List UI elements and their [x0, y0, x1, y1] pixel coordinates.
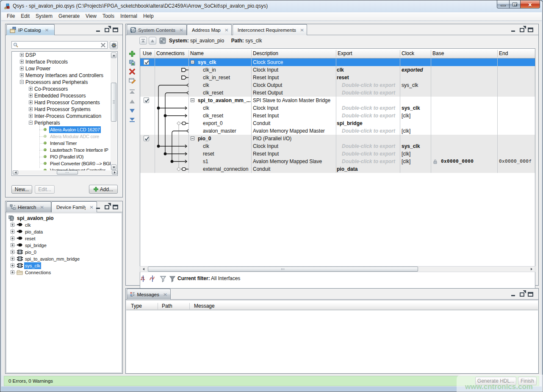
- column-export[interactable]: Export: [338, 49, 352, 58]
- panel-minimize-icon[interactable]: [96, 205, 101, 209]
- expand-icon[interactable]: [11, 264, 14, 267]
- expand-icon[interactable]: [11, 223, 14, 227]
- cell-export[interactable]: pio_data: [337, 165, 357, 173]
- column-description[interactable]: Description: [253, 49, 278, 58]
- scroll-left-button[interactable]: [13, 170, 18, 175]
- panel-minimize-icon[interactable]: [511, 292, 516, 297]
- tab-close-icon[interactable]: ✕: [163, 292, 167, 297]
- use-checkbox[interactable]: [144, 97, 149, 103]
- cell-export[interactable]: reset: [337, 74, 349, 81]
- cell-export[interactable]: Double-click to export: [342, 104, 395, 112]
- toolbar-move-up-button[interactable]: [129, 98, 136, 106]
- ip-tree-item-altera-modular-adc-core[interactable]: Altera Modular ADC core: [12, 133, 117, 140]
- expand-icon[interactable]: [11, 243, 14, 247]
- ip-tree-item-hard-processor-components[interactable]: Hard Processor Components: [12, 99, 117, 106]
- scroll-down-button[interactable]: [111, 164, 116, 170]
- move-up-button[interactable]: [149, 37, 156, 44]
- cell-export[interactable]: Double-click to export: [342, 81, 395, 89]
- expand-icon[interactable]: [11, 236, 14, 240]
- toolbar-edit-button[interactable]: [129, 77, 136, 85]
- scroll-left-button[interactable]: [141, 267, 147, 271]
- cell-export[interactable]: spi_bridge: [337, 120, 363, 127]
- expand-icon[interactable]: [11, 270, 14, 274]
- filter-icon[interactable]: [160, 275, 166, 282]
- collapse-icon[interactable]: [29, 121, 33, 125]
- timing-icon[interactable]: [149, 275, 157, 282]
- edit-button[interactable]: Edit...: [35, 185, 55, 194]
- ip-tree-item-pixel-converter-bgr0-bgr[interactable]: Pixel Converter (BGR0 --> BGR): [12, 160, 117, 167]
- tab-close-icon[interactable]: ✕: [45, 27, 49, 33]
- scroll-right-button[interactable]: [112, 170, 117, 175]
- ip-tree-item-inter-process-communication[interactable]: Inter-Process Communication: [12, 113, 117, 120]
- ip-tree-item-dsp[interactable]: DSP: [12, 52, 117, 58]
- expand-icon[interactable]: [29, 114, 33, 118]
- new-button[interactable]: New...: [11, 185, 32, 194]
- expand-icon[interactable]: [29, 87, 33, 91]
- menu-system[interactable]: System: [33, 12, 55, 20]
- hierarchy-item-pio_data[interactable]: pio_data: [6, 228, 122, 235]
- menu-generate[interactable]: Generate: [55, 12, 83, 20]
- generate-hdl-button[interactable]: Generate HDL...: [475, 377, 516, 385]
- toolbar-move-bottom-button[interactable]: [129, 116, 136, 124]
- cell-export[interactable]: Double-click to export: [342, 112, 395, 120]
- panel-float-icon[interactable]: [520, 28, 524, 32]
- table-row[interactable]: [140, 112, 535, 120]
- column-connections[interactable]: Connections: [156, 49, 185, 58]
- tab-ip-catalog[interactable]: IP Catalog ✕: [6, 24, 55, 35]
- tab-device-family[interactable]: Device Family ✕: [51, 201, 97, 212]
- table-row[interactable]: [140, 150, 535, 158]
- panel-minimize-icon[interactable]: [96, 28, 101, 32]
- clear-filter-icon[interactable]: [169, 275, 176, 282]
- ip-tree-item-memory-interfaces-and-controllers[interactable]: Memory Interfaces and Controllers: [12, 72, 117, 79]
- tab-close-icon[interactable]: ✕: [40, 204, 44, 210]
- maximize-button[interactable]: [509, 0, 521, 8]
- hierarchy-item-spi_avalon_pio[interactable]: spi_avalon_pio: [6, 215, 122, 222]
- panel-maximize-icon[interactable]: [528, 292, 533, 297]
- column-path[interactable]: Path: [162, 302, 172, 310]
- column-clock[interactable]: Clock: [402, 49, 414, 58]
- table-row[interactable]: [140, 81, 535, 89]
- tab-close-icon[interactable]: ✕: [224, 27, 229, 33]
- expand-icon[interactable]: [20, 53, 24, 57]
- collapse-icon[interactable]: [191, 136, 194, 140]
- collapse-icon[interactable]: [191, 60, 194, 64]
- use-checkbox[interactable]: [144, 136, 149, 141]
- ip-tree-item-embedded-processors[interactable]: Embedded Processors: [12, 92, 117, 99]
- add-button[interactable]: Add...: [89, 185, 118, 194]
- column-message[interactable]: Message: [194, 302, 215, 310]
- toolbar-duplicate-button[interactable]: [129, 59, 136, 67]
- cell-export[interactable]: Double-click to export: [342, 150, 395, 158]
- menu-view[interactable]: View: [83, 12, 100, 20]
- toolbar-add-button[interactable]: [129, 50, 136, 58]
- table-hscrollbar[interactable]: [140, 266, 535, 272]
- table-row[interactable]: [140, 89, 535, 97]
- expand-icon[interactable]: [20, 73, 24, 77]
- tab-messages[interactable]: Messages ✕: [127, 289, 171, 300]
- tab-address-map[interactable]: Address Map ✕: [187, 24, 232, 35]
- collapse-icon[interactable]: [20, 80, 24, 84]
- expand-icon[interactable]: [11, 257, 14, 261]
- panel-float-icon[interactable]: [105, 205, 109, 209]
- column-end[interactable]: End: [499, 49, 508, 58]
- ip-tree-item-co-processors[interactable]: Co-Processors: [12, 86, 117, 92]
- column-type[interactable]: Type: [131, 302, 142, 310]
- hierarchy-item-pio_0[interactable]: pio_0: [6, 249, 122, 256]
- panel-maximize-icon[interactable]: [113, 205, 118, 209]
- search-input[interactable]: [19, 42, 96, 48]
- tree-vscrollbar[interactable]: [111, 52, 117, 170]
- tab-close-icon[interactable]: ✕: [89, 204, 94, 210]
- use-checkbox[interactable]: [144, 59, 149, 65]
- hierarchy-item-clk[interactable]: clk: [6, 222, 122, 228]
- panel-float-icon[interactable]: [520, 292, 524, 297]
- ip-tree-item-altera-avalon-lcd-16207[interactable]: Altera Avalon LCD 16207: [12, 126, 117, 133]
- tab-close-icon[interactable]: ✕: [300, 27, 304, 33]
- scrollbar-thumb[interactable]: [148, 267, 418, 272]
- menu-edit[interactable]: Edit: [18, 12, 33, 20]
- expand-icon[interactable]: [11, 250, 14, 254]
- hierarchy-item-spi_to_avalon_mm_bridge[interactable]: spi_to_avalon_mm_bridge: [6, 256, 122, 262]
- toolbar-move-down-button[interactable]: [129, 107, 136, 115]
- hierarchy-item-reset[interactable]: reset: [6, 235, 122, 242]
- ip-tree-item-peripherals[interactable]: Peripherals: [12, 120, 117, 126]
- tab-close-icon[interactable]: ✕: [179, 27, 183, 33]
- panel-maximize-icon[interactable]: [113, 28, 118, 32]
